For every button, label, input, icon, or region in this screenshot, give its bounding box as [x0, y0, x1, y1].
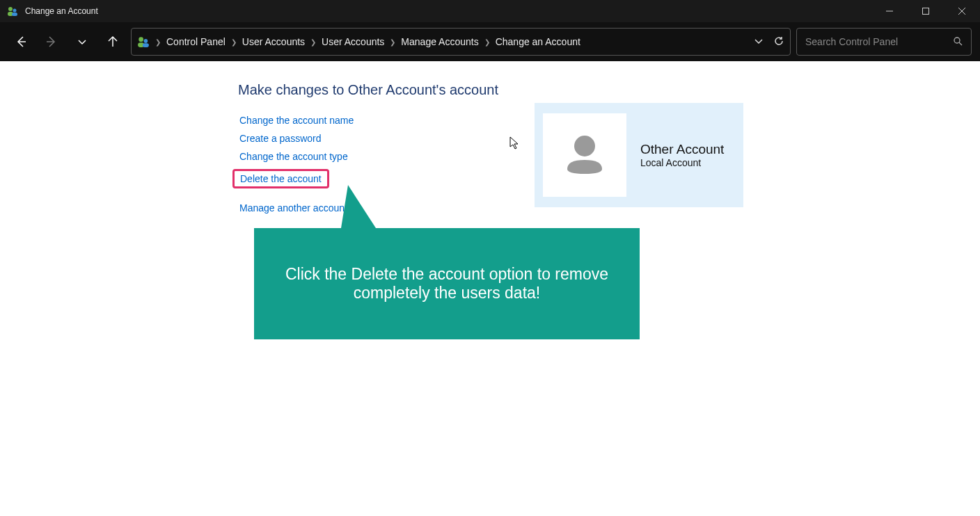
minimize-button[interactable]	[871, 0, 908, 22]
svg-rect-5	[923, 8, 929, 15]
window-controls	[871, 0, 980, 22]
maximize-button[interactable]	[908, 0, 944, 22]
instruction-callout: Click the Delete the account option to r…	[254, 228, 640, 339]
forward-button[interactable]	[39, 29, 64, 54]
account-info: Other Account Local Account	[640, 142, 724, 168]
manage-another-account-link[interactable]: Manage another account	[238, 202, 349, 213]
svg-rect-14	[143, 43, 149, 47]
user-accounts-icon	[137, 35, 150, 48]
address-dropdown-button[interactable]	[754, 36, 764, 48]
callout-text: Click the Delete the account option to r…	[282, 265, 612, 303]
recent-locations-button[interactable]	[70, 29, 95, 54]
toolbar: ❯ Control Panel ❯ User Accounts ❯ User A…	[0, 22, 980, 61]
create-password-link[interactable]: Create a password	[238, 133, 323, 144]
svg-point-2	[13, 9, 17, 13]
breadcrumb-item[interactable]: Control Panel	[166, 36, 226, 47]
svg-point-0	[8, 7, 13, 11]
chevron-right-icon[interactable]: ❯	[155, 38, 161, 46]
page-heading: Make changes to Other Account's account	[238, 82, 980, 98]
breadcrumb-item[interactable]: Change an Account	[496, 36, 580, 47]
chevron-right-icon[interactable]: ❯	[484, 38, 490, 46]
user-accounts-icon	[7, 6, 18, 17]
search-placeholder: Search Control Panel	[805, 36, 953, 47]
svg-point-17	[574, 136, 595, 156]
svg-point-11	[139, 37, 143, 42]
search-input[interactable]: Search Control Panel	[796, 28, 972, 56]
svg-point-15	[954, 38, 960, 43]
refresh-button[interactable]	[773, 35, 784, 49]
search-icon	[953, 36, 963, 48]
window-title: Change an Account	[25, 6, 98, 16]
svg-rect-3	[12, 13, 17, 16]
user-avatar-icon	[560, 131, 609, 179]
breadcrumb-item[interactable]: Manage Accounts	[401, 36, 478, 47]
titlebar: Change an Account	[0, 0, 980, 22]
account-name: Other Account	[640, 142, 724, 157]
svg-point-13	[144, 39, 148, 43]
content-area: Make changes to Other Account's account …	[0, 61, 980, 516]
back-button[interactable]	[8, 29, 33, 54]
chevron-right-icon[interactable]: ❯	[231, 38, 237, 46]
breadcrumb-item[interactable]: User Accounts	[322, 36, 384, 47]
up-button[interactable]	[100, 29, 125, 54]
account-type: Local Account	[640, 157, 724, 168]
address-bar[interactable]: ❯ Control Panel ❯ User Accounts ❯ User A…	[131, 28, 791, 56]
delete-account-link[interactable]: Delete the account	[232, 169, 329, 188]
change-account-name-link[interactable]: Change the account name	[238, 115, 355, 126]
svg-line-16	[959, 42, 962, 45]
account-card[interactable]: Other Account Local Account	[535, 103, 743, 207]
callout-tail	[341, 185, 376, 228]
chevron-right-icon[interactable]: ❯	[390, 38, 395, 46]
chevron-right-icon[interactable]: ❯	[310, 38, 316, 46]
breadcrumb-item[interactable]: User Accounts	[242, 36, 305, 47]
close-button[interactable]	[944, 0, 980, 22]
change-account-type-link[interactable]: Change the account type	[238, 151, 349, 162]
avatar	[543, 113, 626, 197]
